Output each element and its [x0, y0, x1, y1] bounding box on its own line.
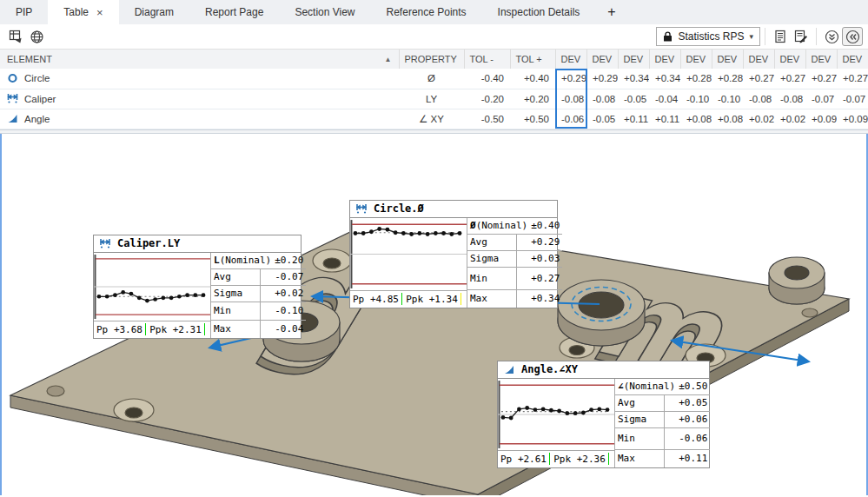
dev-cell[interactable]: -0.07 [805, 89, 837, 109]
column-header-dev[interactable]: DEV [586, 50, 618, 69]
callout-circle-diameter[interactable]: Circle.Ø Pp +4.85Ppk +1.34 Ø(Nominal) ±0… [349, 200, 558, 308]
dev-cell[interactable]: -0.08 [743, 89, 774, 109]
export-table-icon[interactable] [5, 27, 26, 46]
add-tab-button[interactable]: + [595, 0, 627, 24]
process-capability-row: Pp +4.85Ppk +1.34 [350, 290, 467, 308]
dev-cell[interactable]: +0.09 [837, 109, 868, 129]
tol-minus-cell[interactable]: -0.40 [464, 69, 510, 89]
trend-chart [498, 379, 614, 450]
dev-cell[interactable]: +0.27 [805, 69, 837, 89]
process-capability-row: Pp +2.61Ppk +2.36 [498, 450, 614, 467]
dev-cell[interactable]: -0.07 [837, 89, 868, 109]
property-cell[interactable]: LY [399, 89, 464, 109]
property-cell[interactable]: ∠ XY [399, 109, 464, 129]
tab-diagram[interactable]: Diagram [119, 0, 189, 24]
dev-cell[interactable]: -0.04 [649, 89, 680, 109]
tab-inspection-details[interactable]: Inspection Details [482, 0, 596, 24]
dev-cell[interactable]: +0.02 [743, 109, 774, 129]
statistics-mode-dropdown[interactable]: Statistics RPS ▾ [656, 27, 760, 46]
dev-cell[interactable]: +0.08 [680, 109, 712, 129]
table-row-circle[interactable]: Circle Ø -0.40 +0.40 +0.29 +0.29 +0.34 +… [0, 69, 868, 89]
view-tab-bar: PIP Table × Diagram Report Page Section … [0, 0, 868, 24]
callout-caliper-ly[interactable]: Caliper.LY Pp +3.68Ppk +2.31 L(Nominal) … [93, 235, 301, 339]
column-header-tol-plus[interactable]: TOL + [510, 50, 555, 69]
measurement-table: ELEMENT ▲ PROPERTY TOL - TOL + DEV DEV D… [0, 49, 868, 129]
toolbar-separator [816, 28, 817, 45]
pp-label: Pp [353, 294, 364, 305]
dev-cell[interactable]: -0.05 [618, 89, 649, 109]
dev-cell[interactable]: -0.08 [774, 89, 805, 109]
column-header-tol-minus[interactable]: TOL - [464, 50, 510, 69]
callout-angle-xy[interactable]: Angle.∠XY Pp +2.61Ppk +2.36 ∠(Nominal) ±… [497, 361, 710, 468]
dev-cell[interactable]: +0.27 [837, 69, 868, 89]
dev-cell[interactable]: +0.08 [712, 109, 743, 129]
tol-plus-cell[interactable]: +0.50 [510, 109, 555, 129]
tab-label: Diagram [135, 6, 174, 18]
column-header-dev[interactable]: DEV [774, 50, 805, 69]
tab-reference-points[interactable]: Reference Points [371, 0, 482, 24]
dev-cell[interactable]: +0.28 [680, 69, 712, 89]
globe-icon[interactable] [26, 27, 47, 46]
3d-viewport[interactable]: g m g m [0, 134, 868, 495]
dev-cell[interactable]: -0.10 [680, 89, 712, 109]
tab-table[interactable]: Table × [48, 0, 118, 24]
dev-cell[interactable]: -0.08 [586, 89, 618, 109]
sort-ascending-icon[interactable]: ▲ [385, 56, 394, 63]
dev-cell[interactable]: +0.34 [618, 69, 649, 89]
dev-cell[interactable]: +0.28 [712, 69, 743, 89]
tol-minus-cell[interactable]: -0.20 [464, 89, 510, 109]
close-icon[interactable]: × [96, 7, 103, 18]
ring-boss-letter-o [558, 280, 645, 346]
dev-cell[interactable]: -0.05 [586, 109, 618, 129]
dev-cell[interactable]: +0.02 [774, 109, 805, 129]
tol-plus-cell[interactable]: +0.40 [510, 69, 555, 89]
edit-report-icon[interactable] [791, 27, 812, 46]
pp-value: +2.61 [518, 454, 547, 465]
column-header-dev[interactable]: DEV [680, 50, 712, 69]
dropdown-label: Statistics RPS [678, 30, 744, 43]
callout-title: Angle.∠XY [521, 363, 578, 375]
dev-cell[interactable]: +0.11 [649, 109, 680, 129]
report-document-icon[interactable] [770, 27, 791, 46]
collapse-left-circle-icon[interactable] [842, 27, 863, 46]
column-header-dev[interactable]: DEV [743, 50, 774, 69]
min-row: Min-0.10 [211, 302, 306, 321]
property-cell[interactable]: Ø [399, 69, 464, 89]
hole-small [47, 386, 64, 396]
pp-value: +3.68 [114, 324, 142, 335]
column-header-dev[interactable]: DEV [555, 50, 586, 69]
dev-cell[interactable]: +0.27 [743, 69, 774, 89]
tol-minus-cell[interactable]: -0.50 [464, 109, 510, 129]
column-header-property[interactable]: PROPERTY [399, 50, 464, 69]
dev-cell[interactable]: +0.27 [774, 69, 805, 89]
column-header-dev[interactable]: DEV [618, 50, 649, 69]
tab-pip[interactable]: PIP [0, 0, 48, 24]
column-header-dev[interactable]: DEV [712, 50, 743, 69]
sigma-row: Sigma+0.06 [615, 412, 710, 428]
table-row-caliper[interactable]: Caliper LY -0.20 +0.20 -0.08 -0.08 -0.05… [0, 89, 868, 109]
angle-icon [7, 113, 18, 124]
avg-row: Avg-0.07 [211, 269, 306, 286]
dev-cell[interactable]: +0.29 [586, 69, 618, 89]
column-header-dev[interactable]: DEV [837, 50, 868, 69]
tab-section-view[interactable]: Section View [279, 0, 370, 24]
ppk-value: +2.36 [577, 454, 606, 465]
dev-cell[interactable]: +0.09 [805, 109, 837, 129]
tol-plus-cell[interactable]: +0.20 [510, 89, 555, 109]
column-header-dev[interactable]: DEV [805, 50, 837, 69]
table-header-row: ELEMENT ▲ PROPERTY TOL - TOL + DEV DEV D… [0, 50, 868, 69]
dev-cell[interactable]: -0.10 [712, 89, 743, 109]
column-header-element[interactable]: ELEMENT ▲ [0, 50, 399, 69]
tab-label: Section View [295, 6, 354, 18]
column-header-dev[interactable]: DEV [649, 50, 680, 69]
dev-cell[interactable]: +0.34 [649, 69, 680, 89]
application-window: PIP Table × Diagram Report Page Section … [0, 0, 868, 497]
nominal-row: ∠(Nominal) ±0.50 [615, 379, 710, 395]
callout-title: Caliper.LY [117, 237, 180, 249]
dev-cell[interactable]: +0.11 [618, 109, 649, 129]
table-row-angle[interactable]: Angle ∠ XY -0.50 +0.50 -0.06 -0.05 +0.11… [0, 109, 868, 129]
selected-dev-column-outline[interactable] [555, 69, 587, 129]
ppk-value: +2.31 [173, 324, 202, 335]
expand-down-circle-icon[interactable] [821, 27, 842, 46]
tab-report-page[interactable]: Report Page [189, 0, 279, 24]
